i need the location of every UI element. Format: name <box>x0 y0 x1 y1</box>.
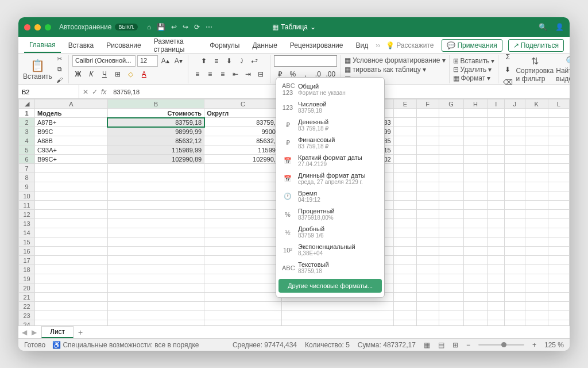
search-icon[interactable]: 🔍 <box>539 23 547 31</box>
col-header[interactable]: I <box>488 99 505 109</box>
view-break-icon[interactable]: ⊞ <box>452 341 458 349</box>
row-header[interactable]: 3 <box>19 127 35 136</box>
col-header[interactable]: B <box>107 99 204 109</box>
save-icon[interactable]: 💾 <box>157 23 165 31</box>
user-icon[interactable]: 👤 <box>555 23 564 31</box>
zoom-slider[interactable] <box>478 344 524 346</box>
indent-inc-icon[interactable]: ⇥ <box>242 68 254 80</box>
row-header[interactable]: 1 <box>19 109 35 118</box>
format-long-date[interactable]: 📅Длинный формат датысреда, 27 апреля 212… <box>276 170 384 187</box>
cell[interactable]: 83759,18 <box>107 118 204 127</box>
wrap-icon[interactable]: ⮐ <box>249 55 260 67</box>
tab-view[interactable]: Вид <box>351 39 374 52</box>
format-text[interactable]: ABCТекстовый83759,18 <box>276 259 384 277</box>
row-header[interactable]: 6 <box>19 155 35 164</box>
align-bot-icon[interactable]: ⬇ <box>223 55 235 67</box>
format-number[interactable]: 123Числовой83759,18 <box>276 98 384 116</box>
zoom-out[interactable]: − <box>466 341 470 349</box>
cell[interactable]: A88B <box>35 136 108 145</box>
refresh-icon[interactable]: ⟳ <box>194 23 200 31</box>
col-header[interactable]: C <box>204 99 282 109</box>
find-select[interactable]: 🔍Найти и выделить <box>556 56 570 83</box>
delete-cells[interactable]: ⊟ Удалить ▾ <box>453 66 495 74</box>
add-sheet[interactable]: + <box>78 328 83 337</box>
col-header[interactable]: A <box>35 99 108 109</box>
cell[interactable]: C93A+ <box>35 145 108 155</box>
zoom-level[interactable]: 125 % <box>544 341 564 349</box>
cell[interactable]: 99000 <box>204 127 282 136</box>
col-header[interactable]: F <box>416 99 439 109</box>
format-currency[interactable]: ₽Денежный83 759,18 ₽ <box>276 116 384 134</box>
align-left-icon[interactable]: ≡ <box>192 68 203 80</box>
sheet-next[interactable]: ▶ <box>32 328 37 336</box>
close-button[interactable] <box>24 24 30 30</box>
fill-icon[interactable]: ⬇ <box>502 64 513 75</box>
cell[interactable]: 102990,89 <box>107 155 204 164</box>
format-general[interactable]: ABC 123ОбщийФормат не указан <box>276 80 384 98</box>
cell[interactable]: Модель <box>35 109 108 118</box>
row-header[interactable]: 2 <box>19 118 35 127</box>
maximize-button[interactable] <box>45 24 51 30</box>
name-box[interactable]: B2 <box>18 85 79 98</box>
font-size[interactable]: 12 <box>137 55 158 67</box>
tab-data[interactable]: Данные <box>247 39 282 52</box>
bold-icon[interactable]: Ж <box>72 68 84 80</box>
comments-button[interactable]: 💬Примечания <box>442 39 502 52</box>
cell[interactable]: 102990,9 <box>204 155 282 164</box>
autosave-toggle[interactable]: Автосохранение ВЫКЛ. <box>59 23 138 31</box>
more-formats-button[interactable]: Другие числовые форматы... <box>278 279 382 293</box>
fill-color-icon[interactable]: ◇ <box>125 68 137 80</box>
undo-icon[interactable]: ↩ <box>171 23 177 31</box>
home-icon[interactable]: ⌂ <box>147 23 151 31</box>
indent-dec-icon[interactable]: ⇤ <box>230 68 241 80</box>
cell[interactable]: 83759,2 <box>204 118 282 127</box>
col-header[interactable]: K <box>525 99 548 109</box>
fx-icon[interactable]: fx <box>101 88 106 96</box>
select-all[interactable]: ◢ <box>19 99 35 109</box>
share-button[interactable]: ↗Поделиться <box>508 39 564 52</box>
tab-formulas[interactable]: Формулы <box>204 39 245 52</box>
cell[interactable]: B99C+ <box>35 155 108 164</box>
number-format-select[interactable] <box>274 55 337 67</box>
font-color-icon[interactable]: A <box>138 68 150 80</box>
col-header[interactable]: J <box>504 99 525 109</box>
redo-icon[interactable]: ↪ <box>183 23 188 31</box>
sheet-prev[interactable]: ◀ <box>22 328 27 336</box>
paste-button[interactable]: 📋Вставить <box>23 59 52 80</box>
format-accounting[interactable]: ₽Финансовый83 759,18 ₽ <box>276 134 384 152</box>
format-as-table[interactable]: ▦ тировать как таблицу ▾ <box>345 66 446 74</box>
format-painter-icon[interactable]: 🖌 <box>55 75 65 85</box>
underline-icon[interactable]: Ч <box>99 68 110 80</box>
conditional-format[interactable]: ▦ Условное форматирование ▾ <box>345 56 446 64</box>
format-time[interactable]: 🕐Время04:19:12 <box>276 187 384 205</box>
minimize-button[interactable] <box>34 24 41 30</box>
cell[interactable]: 115989,99 <box>107 145 204 155</box>
col-header[interactable]: L <box>548 99 569 109</box>
col-header[interactable]: H <box>463 99 488 109</box>
sort-filter[interactable]: ⇅Сортировка и фильтр <box>516 56 554 83</box>
align-right-icon[interactable]: ≡ <box>217 68 229 80</box>
more-icon[interactable]: ⋯ <box>206 23 212 31</box>
format-fraction[interactable]: ½Дробный83759 1/6 <box>276 223 384 241</box>
enter-icon[interactable]: ✓ <box>92 88 98 96</box>
zoom-in[interactable]: + <box>532 341 536 349</box>
align-mid-icon[interactable]: ≡ <box>211 55 222 67</box>
view-layout-icon[interactable]: ▤ <box>438 341 444 349</box>
merge-icon[interactable]: ⊟ <box>255 68 266 80</box>
cell[interactable]: 85632,1 <box>204 136 282 145</box>
view-normal-icon[interactable]: ▦ <box>424 341 430 349</box>
align-center-icon[interactable]: ≡ <box>204 68 216 80</box>
cell[interactable]: 85632,12 <box>107 136 204 145</box>
cancel-icon[interactable]: ✕ <box>83 88 88 96</box>
cell[interactable]: 98999,99 <box>107 127 204 136</box>
font-select[interactable]: Calibri (Основной... <box>72 55 136 67</box>
cut-icon[interactable]: ✂ <box>55 55 65 64</box>
cell[interactable]: A87B+ <box>35 118 108 127</box>
increase-font-icon[interactable]: A▴ <box>160 55 171 67</box>
border-icon[interactable]: ⊞ <box>112 68 123 80</box>
italic-icon[interactable]: К <box>86 68 97 80</box>
tab-draw[interactable]: Рисование <box>101 39 146 52</box>
cell[interactable]: 115990 <box>204 145 282 155</box>
tab-review[interactable]: Рецензирование <box>285 39 349 52</box>
document-title[interactable]: ▦ Таблица ⌄ <box>272 23 316 31</box>
